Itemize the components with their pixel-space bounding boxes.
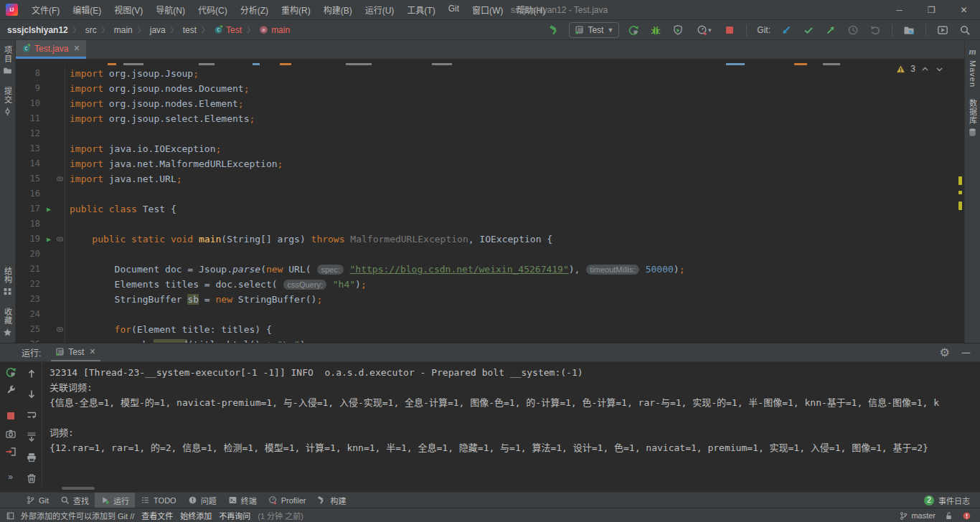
gear-icon[interactable]: ⚙	[939, 347, 951, 359]
menu-c[interactable]: 代码(C)	[192, 0, 234, 19]
run-anything-button[interactable]	[935, 22, 951, 38]
sidebar-item-收藏[interactable]: 收藏	[2, 302, 14, 343]
event-log-label: 事件日志	[938, 495, 970, 506]
menu-b[interactable]: 构建(B)	[317, 0, 359, 19]
stop-button[interactable]	[3, 410, 19, 422]
chevron-up-icon[interactable]	[920, 65, 930, 74]
menu-v[interactable]: 视图(V)	[108, 0, 149, 19]
run-console-output[interactable]: 32314 [Thread-23-__system-executor[-1 -1…	[42, 362, 980, 485]
run-gutter-icon[interactable]: ▶	[47, 232, 51, 247]
hammer-button[interactable]	[547, 22, 562, 38]
close-button[interactable]: ✕	[948, 0, 980, 19]
always-add-link[interactable]: 始终添加	[180, 510, 212, 521]
history-button[interactable]	[845, 22, 861, 38]
stop-button[interactable]	[722, 22, 738, 38]
maximize-button[interactable]: ❐	[915, 0, 948, 19]
run-configuration-selector[interactable]: Test▼	[569, 22, 619, 38]
fold-icon[interactable]	[56, 326, 64, 333]
ide-window: IJ 文件(F)编辑(E)视图(V)导航(N)代码(C)分析(Z)重构(R)构建…	[0, 0, 980, 522]
push-button[interactable]	[823, 22, 839, 38]
camera-button[interactable]	[3, 428, 19, 440]
toolwindow-button-构建[interactable]: 构建	[311, 493, 352, 508]
inspection-widget[interactable]: 3	[896, 64, 944, 74]
wrench-button[interactable]	[3, 384, 19, 396]
breadcrumb-method[interactable]: main	[271, 25, 290, 35]
unlock-icon[interactable]	[944, 511, 953, 521]
error-stripe-warning-mark[interactable]	[958, 176, 962, 185]
toolwindow-button-问题[interactable]: 问题	[182, 493, 222, 508]
run-configuration-name: Test	[588, 25, 603, 35]
menu-f[interactable]: 文件(F)	[25, 0, 66, 19]
code-text: public static void main(String[] args) t…	[65, 232, 964, 247]
printer-button[interactable]	[24, 450, 39, 465]
project-structure-button[interactable]	[901, 22, 917, 38]
breadcrumb-class[interactable]: Test	[226, 25, 242, 35]
exit-button[interactable]	[3, 446, 19, 457]
menu-z[interactable]: 分析(Z)	[234, 0, 275, 19]
trash-button[interactable]	[24, 471, 39, 485]
toolwindow-button-查找[interactable]: 查找	[55, 493, 95, 508]
menu-git[interactable]: Git	[442, 0, 466, 19]
rollback-button[interactable]	[867, 22, 883, 38]
commit-check-button[interactable]	[801, 22, 816, 38]
sidebar-item-项目[interactable]: 项目	[2, 40, 14, 81]
menu-u[interactable]: 运行(U)	[359, 0, 401, 19]
softwrap-button[interactable]	[24, 408, 39, 422]
tab-close-icon[interactable]: ✕	[73, 44, 80, 53]
breadcrumb-item[interactable]: test	[183, 25, 197, 35]
rerun-button[interactable]	[626, 22, 641, 38]
class-icon: C	[214, 25, 223, 34]
menu-r[interactable]: 重构(R)	[275, 0, 317, 19]
sidebar-item-数据库[interactable]: 数据库	[967, 93, 979, 143]
error-stripe-warning-mark[interactable]	[958, 191, 962, 194]
scrollend-button[interactable]	[24, 430, 39, 444]
minimize-button[interactable]: ─	[883, 0, 915, 19]
menu-w[interactable]: 窗口(W)	[466, 0, 509, 19]
event-log-widget[interactable]: 2事件日志	[924, 495, 980, 506]
up-button[interactable]	[24, 366, 39, 381]
debug-button[interactable]	[648, 22, 664, 38]
more-actions-icon[interactable]: »	[8, 472, 13, 482]
hide-panel-icon[interactable]: ─	[962, 346, 970, 359]
toolwindow-button-运行[interactable]: 运行	[95, 493, 135, 508]
maven-icon: m	[969, 46, 976, 57]
toolwindow-button-profiler[interactable]: Profiler	[263, 493, 312, 508]
sidebar-item-结构[interactable]: 结构	[2, 261, 14, 302]
sidebar-item-提交[interactable]: 提交	[2, 81, 14, 122]
toolwindow-button-git[interactable]: Git	[20, 493, 55, 508]
tab-test-java[interactable]: C Test.java ✕	[16, 40, 86, 59]
fold-icon[interactable]	[56, 235, 64, 243]
sidebar-item-Maven[interactable]: mMaven	[969, 40, 977, 93]
git-branch-widget[interactable]: master	[899, 511, 936, 521]
coverage-button[interactable]	[670, 22, 686, 38]
rerun-button[interactable]	[3, 366, 19, 378]
breadcrumb-item[interactable]: java	[150, 25, 166, 35]
menu-t[interactable]: 工具(T)	[400, 0, 441, 19]
run-tab-test[interactable]: Test ✕	[51, 343, 100, 361]
profiler-button[interactable]: ▾	[692, 22, 715, 38]
scrollbar-thumb[interactable]	[62, 487, 95, 490]
chevron-down-icon[interactable]	[935, 65, 944, 74]
breadcrumb-project[interactable]: sssjclshiyan12	[7, 25, 68, 35]
title-bar: IJ 文件(F)编辑(E)视图(V)导航(N)代码(C)分析(Z)重构(R)构建…	[0, 0, 980, 20]
update-button[interactable]	[778, 22, 794, 38]
toolwindow-button-todo[interactable]: TODO	[135, 493, 182, 508]
breadcrumb-item[interactable]: main	[114, 25, 133, 35]
breadcrumb-item[interactable]: src	[85, 25, 97, 35]
view-files-link[interactable]: 查看文件	[141, 510, 173, 521]
tool-window-preview-icon[interactable]	[6, 511, 15, 521]
menu-n[interactable]: 导航(N)	[149, 0, 192, 19]
fold-icon[interactable]	[56, 175, 64, 183]
run-gutter-icon[interactable]: ▶	[47, 201, 51, 217]
dont-ask-link[interactable]: 不再询问	[219, 510, 250, 521]
error-stripe-warning-mark[interactable]	[958, 201, 962, 210]
menu-e[interactable]: 编辑(E)	[66, 0, 108, 19]
run-tab-close-icon[interactable]: ✕	[89, 347, 95, 356]
error-notification-icon[interactable]	[962, 511, 971, 521]
search-everywhere-button[interactable]	[957, 22, 973, 38]
code-text: import org.jsoup.nodes.Element;	[65, 96, 964, 111]
code-editor[interactable]: 8import org.jsoup.Jsoup;9import org.jsou…	[16, 59, 964, 343]
down-button[interactable]	[24, 387, 39, 402]
run-play-icon	[100, 495, 110, 505]
toolwindow-button-终端[interactable]: 终端	[222, 493, 263, 508]
